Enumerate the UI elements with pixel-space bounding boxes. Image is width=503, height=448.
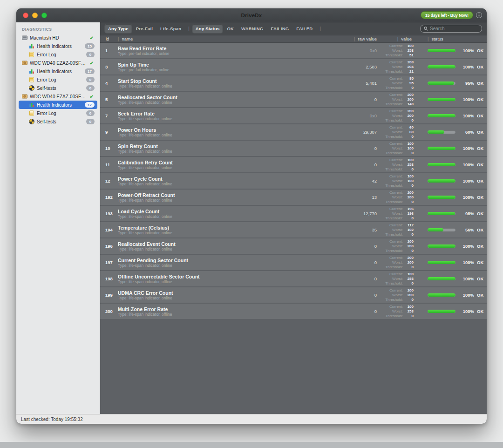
minimize-button[interactable] — [32, 13, 38, 18]
attr-name: Power-Off Retract Count — [118, 192, 324, 198]
main-content: Any TypePre-FailLife-Span Any StatusOKWA… — [100, 22, 487, 414]
table-row[interactable]: 197 Current Pending Sector Count Type: l… — [100, 255, 487, 270]
header-status[interactable]: status — [415, 36, 487, 41]
filter-button[interactable]: FAILING — [267, 24, 292, 33]
sidebar-item[interactable]: WDC WD40 EZAZ-00SF3B... ✔ — [19, 59, 97, 67]
filter-button[interactable]: Any Type — [105, 24, 132, 33]
filter-button[interactable]: Pre-Fail — [133, 24, 156, 33]
attr-name-cell: Load Cycle Count Type: life-span indicat… — [114, 209, 324, 219]
filter-button[interactable]: OK — [224, 24, 237, 33]
table-row[interactable]: 10 Spin Retry Count Type: life-span indi… — [100, 141, 487, 156]
current-label: Current: — [389, 288, 403, 293]
table-row[interactable]: 4 Start Stop Count Type: life-span indic… — [100, 75, 487, 91]
current-label: Current: — [389, 207, 403, 211]
sidebar-item[interactable]: Error Log 0 — [19, 50, 97, 59]
info-icon[interactable] — [476, 12, 482, 18]
sidebar-item[interactable]: Self-tests 0 — [19, 117, 97, 126]
worst-label: Worst: — [392, 97, 403, 102]
sidebar-item[interactable]: Self-tests 0 — [19, 84, 97, 92]
attr-name: Load Cycle Count — [118, 209, 324, 214]
sidebar-item-label: Macintosh HD — [30, 35, 59, 41]
titlebar: DriveDx 15 days left - Buy Now! — [16, 8, 487, 22]
worst-value: 100 — [404, 146, 414, 151]
attr-status-cell: 100% OK — [415, 276, 487, 281]
status-label: OK — [477, 292, 483, 298]
table-row[interactable]: 198 Offline Uncorrectable Sector Count T… — [100, 271, 487, 286]
health-percent: 98% — [457, 211, 474, 216]
health-percent: 100% — [457, 146, 474, 151]
attr-type: Type: life-span indicator, offline — [118, 279, 324, 284]
table-row[interactable]: 12 Power Cycle Count Type: life-span ind… — [100, 173, 487, 189]
threshold-value: 0 — [404, 298, 414, 302]
worst-value: 253 — [404, 309, 414, 314]
health-percent: 100% — [457, 162, 474, 167]
health-percent: 100% — [457, 276, 474, 281]
filter-button[interactable]: Life-Span — [157, 24, 184, 33]
table-row[interactable]: 9 Power On Hours Type: life-span indicat… — [100, 124, 487, 140]
bar-chart-icon — [29, 43, 34, 49]
checkmark-icon: ✔ — [90, 35, 95, 41]
threshold-label: Threshold: — [385, 216, 403, 221]
attr-values: Current:60 Worst:60 Threshold:0 — [380, 125, 415, 139]
worst-value: 204 — [404, 65, 414, 69]
table-row[interactable]: 7 Seek Error Rate Type: life-span indica… — [100, 108, 487, 123]
worst-label: Worst: — [392, 195, 403, 200]
buy-now-button[interactable]: 15 days left - Buy Now! — [421, 11, 473, 19]
table-row[interactable]: 5 Reallocated Sector Count Type: life-sp… — [100, 92, 487, 107]
search-input[interactable] — [430, 26, 478, 31]
table-row[interactable]: 11 Calibration Retry Count Type: life-sp… — [100, 157, 487, 172]
attr-name-cell: Power-Off Retract Count Type: life-span … — [114, 192, 324, 203]
attr-id: 10 — [100, 146, 114, 151]
attr-id: 193 — [100, 211, 114, 216]
sidebar-item[interactable]: Macintosh HD ✔ — [19, 34, 97, 42]
sidebar-item[interactable]: Health Indicators 17 — [19, 101, 97, 109]
attr-type: Type: life-span indicator, online — [118, 263, 324, 268]
sidebar-item-label: WDC WD40 EZAZ-00SF3B... — [30, 94, 88, 99]
sidebar-item[interactable]: Error Log 0 — [19, 75, 97, 84]
header-name[interactable]: name — [114, 36, 324, 41]
table-row[interactable]: 1 Raw Read Error Rate Type: pre-fail ind… — [100, 43, 487, 58]
attr-values: Current:100 Worst:253 Threshold:0 — [380, 272, 415, 286]
threshold-label: Threshold: — [385, 151, 403, 156]
attr-status-cell: 100% OK — [415, 309, 487, 314]
attr-values: Current:196 Worst:196 Threshold:0 — [380, 207, 415, 221]
table-row[interactable]: 200 Multi-Zone Error Rate Type: life-spa… — [100, 304, 487, 319]
filter-button[interactable]: WARNING — [238, 24, 266, 33]
table-row[interactable]: 196 Reallocated Event Count Type: life-s… — [100, 238, 487, 254]
attr-name-cell: Multi-Zone Error Rate Type: life-span in… — [114, 306, 324, 317]
count-badge: 0 — [86, 119, 95, 124]
sidebar-item[interactable]: Health Indicators 17 — [19, 67, 97, 75]
attr-values: Current:208 Worst:204 Threshold:21 — [380, 60, 415, 74]
sidebar-item[interactable]: WDC WD40 EZAZ-00SF3B... ✔ — [19, 92, 97, 101]
status-label: OK — [477, 211, 483, 216]
attr-name: Spin Retry Count — [118, 143, 324, 149]
table-row[interactable]: 199 UDMA CRC Error Count Type: life-span… — [100, 287, 487, 303]
sidebar-item-label: Health Indicators — [37, 44, 72, 49]
current-label: Current: — [389, 109, 403, 114]
current-label: Current: — [389, 125, 403, 130]
close-button[interactable] — [23, 13, 28, 18]
threshold-label: Threshold: — [385, 314, 403, 319]
attr-values: Current:95 Worst:95 Threshold:0 — [380, 76, 415, 90]
attr-id: 1 — [100, 48, 114, 53]
filter-button[interactable]: FAILED — [293, 24, 316, 33]
search-field[interactable] — [420, 25, 482, 33]
table-row[interactable]: 192 Power-Off Retract Count Type: life-s… — [100, 190, 487, 205]
header-value[interactable]: value — [380, 36, 415, 41]
sidebar-item[interactable]: Health Indicators 15 — [19, 42, 97, 50]
header-raw-value[interactable]: raw value — [324, 36, 380, 41]
threshold-value: 0 — [404, 232, 414, 237]
current-value: 200 — [404, 256, 414, 260]
zoom-button[interactable] — [41, 13, 47, 18]
sidebar-item[interactable]: Error Log 0 — [19, 109, 97, 117]
attr-name-cell: Reallocated Event Count Type: life-span … — [114, 241, 324, 251]
attr-name-cell: Current Pending Sector Count Type: life-… — [114, 258, 324, 268]
table-row[interactable]: 194 Temperature (Celsius) Type: life-spa… — [100, 222, 487, 238]
health-bar-fill — [428, 277, 455, 280]
header-id[interactable]: id — [100, 36, 114, 41]
table-row[interactable]: 193 Load Cycle Count Type: life-span ind… — [100, 206, 487, 221]
attr-raw-value: 0x0 — [324, 48, 380, 53]
filter-button[interactable]: Any Status — [192, 24, 223, 33]
table-row[interactable]: 3 Spin Up Time Type: pre-fail indicator,… — [100, 59, 487, 75]
attr-status-cell: 100% OK — [415, 64, 487, 69]
